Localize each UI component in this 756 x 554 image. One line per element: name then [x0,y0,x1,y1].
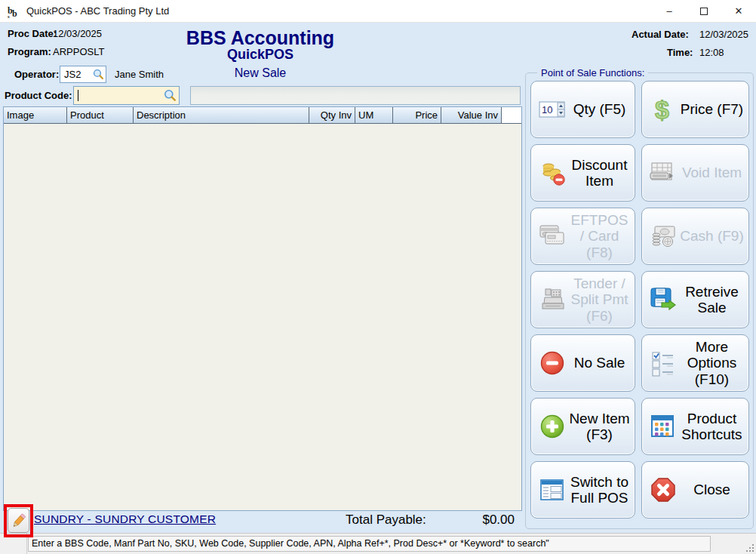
shortcut-grid-icon [648,414,678,439]
footer-bar: SUNDRY - SUNDRY CUSTOMER Total Payable: … [3,511,522,534]
retrieve-sale-button[interactable]: Retreive Sale [641,271,749,328]
brand-title: BBS Accounting [0,27,521,49]
product-shortcuts-button[interactable]: Product Shortcuts [641,398,749,455]
void-item-button[interactable]: Void Item [641,144,749,202]
quantity-spinner-icon: 10 [537,100,567,119]
no-entry-icon [537,349,567,377]
search-icon[interactable] [93,69,104,80]
total-payable-value: $0.00 [438,512,515,528]
switch-full-pos-button[interactable]: Switch to Full POS [530,461,635,519]
status-message: Enter a BBS Code, Manf Part No, SKU, Web… [28,536,711,552]
no-sale-button[interactable]: No Sale [530,334,635,392]
main-area: Proc Date: 12/03/2025 Program: ARPPOSLT … [0,23,756,554]
column-header-image[interactable]: Image [4,107,67,123]
more-options-button[interactable]: More Options (F10) [641,334,749,392]
operator-name: Jane Smith [115,69,164,80]
operator-label: Operator: [14,69,59,80]
svg-text:b: b [12,8,17,19]
coins-discount-icon [537,159,567,186]
column-header-price[interactable]: Price [393,107,441,123]
column-header-qty-inv[interactable]: Qty Inv [309,107,355,123]
text-caret [78,90,78,101]
svg-text:10: 10 [542,104,552,115]
close-octagon-icon [648,476,678,503]
plus-circle-icon [537,413,567,440]
column-header-um[interactable]: UM [355,107,393,123]
card-icon [537,223,567,249]
edit-customer-button[interactable] [8,508,29,533]
minimize-icon: – [666,5,671,17]
resize-grip-icon[interactable] [745,543,754,552]
svg-text:$: $ [655,95,669,124]
product-code-input[interactable] [73,86,180,105]
eftpos-card-button[interactable]: EFTPOS / Card (F8) [530,208,635,265]
checklist-icon [648,349,678,377]
pos-functions-title: Point of Sale Functions: [537,67,648,78]
search-icon[interactable] [164,89,177,102]
tender-split-button[interactable]: Tender / Split Pmt (F6) [530,271,635,328]
product-description-field [190,86,521,105]
grid-body-empty [4,124,521,510]
close-window-button[interactable]: ✕ [721,0,756,22]
void-row-icon [648,161,678,185]
actual-date-value: 12/03/2025 [699,29,748,40]
register-icon [537,287,567,312]
maximize-icon [700,8,708,15]
total-payable-label: Total Payable: [346,512,426,528]
cash-button[interactable]: Cash (F9) [641,208,749,265]
window-titlebar: b b s QuickPOS - ABC Trading Pty Ltd – ✕ [0,0,756,23]
status-panel-left [0,534,27,554]
customer-link[interactable]: SUNDRY - SUNDRY CUSTOMER [34,512,216,526]
column-header-value-inv[interactable]: Value Inv [441,107,502,123]
status-bar: Enter a BBS Code, Manf Part No, SKU, Web… [0,533,756,554]
discount-item-button[interactable]: Discount Item [530,144,635,202]
sale-items-grid[interactable]: Image Product Description Qty Inv UM Pri… [3,106,522,511]
qty-button[interactable]: 10 Qty (F5) [530,81,635,138]
svg-text:s: s [8,14,10,19]
price-button[interactable]: $ Price (F7) [641,81,749,138]
time-label: Time: [667,47,693,58]
app-title: QuickPOS [0,47,521,63]
app-logo-icon: b b s [7,4,22,19]
column-header-filler [502,107,521,123]
new-item-button[interactable]: New Item (F3) [530,398,635,455]
floppy-retrieve-icon [648,286,678,313]
dollar-icon: $ [648,95,678,124]
column-header-description[interactable]: Description [134,107,309,123]
cash-icon [648,223,678,249]
product-code-label: Product Code: [5,90,72,101]
window-layout-icon [537,478,567,502]
close-icon: ✕ [735,5,743,17]
time-value: 12:08 [699,47,724,58]
maximize-button[interactable] [687,0,721,22]
operator-input[interactable]: JS2 [60,66,106,83]
actual-date-label: Actual Date: [632,29,689,40]
grid-header-row: Image Product Description Qty Inv UM Pri… [4,107,521,124]
column-header-product[interactable]: Product [67,107,134,123]
window-title: QuickPOS - ABC Trading Pty Ltd [26,5,169,17]
operator-code: JS2 [64,69,93,80]
close-button[interactable]: Close [641,461,749,519]
minimize-button[interactable]: – [652,0,687,22]
pencil-icon [11,512,26,529]
